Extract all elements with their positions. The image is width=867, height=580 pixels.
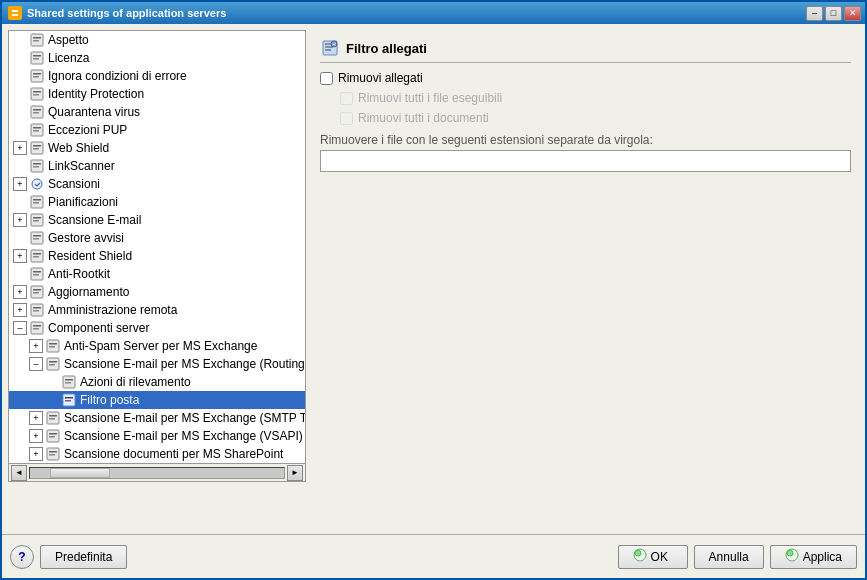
sub-checkboxes: Rimuovi tutti i file eseguibili Rimuovi … [320, 91, 851, 125]
expander-spacer [13, 267, 27, 281]
svg-rect-19 [33, 127, 41, 129]
label-scansione-smtp: Scansione E-mail per MS Exchange (SMTP T… [64, 411, 306, 425]
applica-button[interactable]: Applica [770, 545, 857, 569]
tree-item-eccezioni[interactable]: Eccezioni PUP [9, 121, 305, 139]
label-scansione-routing: Scansione E-mail per MS Exchange (Routin… [64, 357, 306, 371]
svg-rect-45 [33, 292, 39, 294]
tree-item-ignora[interactable]: Ignora condizioni di errore [9, 67, 305, 85]
minimize-button[interactable]: – [806, 6, 823, 21]
tree-item-quarantena[interactable]: Quarantena virus [9, 103, 305, 121]
svg-rect-10 [33, 73, 41, 75]
svg-rect-11 [33, 76, 39, 78]
svg-rect-57 [49, 364, 55, 366]
expander-scansione-email[interactable]: + [13, 213, 27, 227]
item-icon-aggiornamento [29, 284, 45, 300]
svg-rect-65 [49, 415, 57, 417]
svg-rect-48 [33, 310, 39, 312]
ok-button[interactable]: OK [618, 545, 688, 569]
main-window: Shared settings of application servers –… [0, 0, 867, 580]
tree-item-filtro-posta[interactable]: Filtro posta [9, 391, 305, 409]
svg-rect-51 [33, 328, 39, 330]
tree-item-scansione-sharepoint[interactable]: + Scansione documenti per MS SharePoint [9, 445, 305, 463]
checkbox-rimuovi-allegati[interactable] [320, 72, 333, 85]
tree-item-licenza[interactable]: Licenza [9, 49, 305, 67]
tree-item-anti-rootkit[interactable]: Anti-Rootkit [9, 265, 305, 283]
expander-spacer [13, 33, 27, 47]
expander-amministrazione[interactable]: + [13, 303, 27, 317]
expander-aggiornamento[interactable]: + [13, 285, 27, 299]
scroll-left-button[interactable]: ◄ [11, 465, 27, 481]
scrollbar-thumb[interactable] [50, 468, 110, 478]
svg-rect-39 [33, 256, 39, 258]
item-icon-identity [29, 86, 45, 102]
svg-rect-26 [33, 166, 39, 168]
tree-item-linkscanner[interactable]: LinkScanner [9, 157, 305, 175]
item-icon-scansioni [29, 176, 45, 192]
label-gestore-avvisi: Gestore avvisi [48, 231, 124, 245]
expander-resident-shield[interactable]: + [13, 249, 27, 263]
svg-rect-17 [33, 112, 39, 114]
checkbox-row-main[interactable]: Rimuovi allegati [320, 71, 851, 85]
expander-scansione-routing[interactable]: – [29, 357, 43, 371]
svg-point-27 [32, 179, 42, 189]
main-content: Aspetto Licenza Ignora condizion [2, 24, 865, 534]
horizontal-scrollbar[interactable]: ◄ ► [8, 464, 306, 482]
expander-antispam[interactable]: + [29, 339, 43, 353]
svg-rect-2 [12, 14, 18, 16]
checkbox-row-docs[interactable]: Rimuovi tutti i documenti [340, 111, 851, 125]
tree-item-scansione-email[interactable]: + Scansione E-mail [9, 211, 305, 229]
svg-rect-4 [33, 37, 41, 39]
scroll-right-button[interactable]: ► [287, 465, 303, 481]
tree-item-scansione-smtp[interactable]: + Scansione E-mail per MS Exchange (SMTP… [9, 409, 305, 427]
tree-item-scansione-routing[interactable]: – Scansione E-mail per MS Exchange (Rout… [9, 355, 305, 373]
expander-scansione-sharepoint[interactable]: + [29, 447, 43, 461]
help-button[interactable]: ? [10, 545, 34, 569]
label-pianificazioni: Pianificazioni [48, 195, 118, 209]
tree-item-aggiornamento[interactable]: + Aggiornamento [9, 283, 305, 301]
tree-item-aspetto[interactable]: Aspetto [9, 31, 305, 49]
svg-rect-68 [49, 433, 57, 435]
svg-rect-41 [33, 271, 41, 273]
expander-spacer [13, 123, 27, 137]
tree-item-componenti[interactable]: – Componenti server [9, 319, 305, 337]
tree-item-azioni-rilevamento[interactable]: Azioni di rilevamento [9, 373, 305, 391]
expander-scansione-smtp[interactable]: + [29, 411, 43, 425]
label-rimuovi-exec: Rimuovi tutti i file eseguibili [358, 91, 502, 105]
tree-item-pianificazioni[interactable]: Pianificazioni [9, 193, 305, 211]
item-icon-componenti [29, 320, 45, 336]
maximize-button[interactable]: □ [825, 6, 842, 21]
tree-item-scansione-vsapi[interactable]: + Scansione E-mail per MS Exchange (VSAP… [9, 427, 305, 445]
expander-spacer [13, 69, 27, 83]
tree-item-gestore-avvisi[interactable]: Gestore avvisi [9, 229, 305, 247]
expander-componenti[interactable]: – [13, 321, 27, 335]
label-componenti: Componenti server [48, 321, 149, 335]
svg-rect-35 [33, 235, 41, 237]
item-icon-gestore-avvisi [29, 230, 45, 246]
predefinita-button[interactable]: Predefinita [40, 545, 127, 569]
tree-item-resident-shield[interactable]: + Resident Shield [9, 247, 305, 265]
expander-scansioni[interactable]: + [13, 177, 27, 191]
expander-scansione-vsapi[interactable]: + [29, 429, 43, 443]
svg-rect-8 [33, 58, 39, 60]
item-icon-antispam [45, 338, 61, 354]
tree-item-identity[interactable]: Identity Protection [9, 85, 305, 103]
label-ignora: Ignora condizioni di errore [48, 69, 187, 83]
checkbox-row-exec[interactable]: Rimuovi tutti i file eseguibili [340, 91, 851, 105]
tree-item-scansioni[interactable]: + Scansioni [9, 175, 305, 193]
close-button[interactable]: ✕ [844, 6, 861, 21]
checkbox-rimuovi-docs[interactable] [340, 112, 353, 125]
tree-panel[interactable]: Aspetto Licenza Ignora condizion [8, 30, 306, 464]
tree-item-webshield[interactable]: + Web Shield [9, 139, 305, 157]
tree-item-antispam[interactable]: + Anti-Spam Server per MS Exchange [9, 337, 305, 355]
annulla-button[interactable]: Annulla [694, 545, 764, 569]
checkbox-rimuovi-exec[interactable] [340, 92, 353, 105]
tree-item-amministrazione[interactable]: + Amministrazione remota [9, 301, 305, 319]
extensions-input[interactable] [320, 150, 851, 172]
svg-rect-36 [33, 238, 39, 240]
svg-rect-72 [49, 454, 55, 456]
svg-rect-66 [49, 418, 55, 420]
svg-point-74 [331, 41, 337, 47]
expander-webshield[interactable]: + [13, 141, 27, 155]
expander-spacer [13, 159, 27, 173]
expander-spacer [13, 195, 27, 209]
